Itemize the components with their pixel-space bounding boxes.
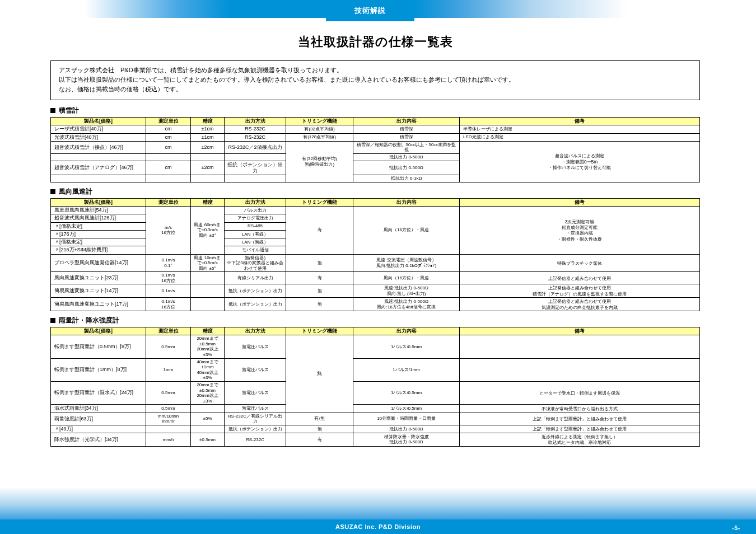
top-grad-left (85, 0, 326, 18)
table-cell: 0.1m/s (146, 284, 191, 298)
table-cell: 降水強度計（光学式）[34万] (51, 433, 146, 446)
page-content: 当社取扱計器の仕様一覧表 アスザック株式会社 P&D事業部では、積雪計を始め多種… (50, 34, 700, 447)
table-cell: m/s16方位 (146, 207, 191, 255)
table-cell: RS-232C (225, 133, 286, 141)
table-header-cell: 製品名[価格] (51, 198, 146, 206)
table-cell: ヒーターで受水口・転倒ます周辺を保温 (460, 381, 700, 404)
table-row: 転倒ます型雨量計（温水式）[24万]0.5mm20mmまで±0.5mm20mm以… (51, 381, 700, 404)
table-cell: 10分雨量・時間雨量・日雨量 (353, 413, 460, 425)
table-cell (191, 425, 225, 433)
table-cell (460, 358, 700, 381)
table-cell: 〃[価格未定] (51, 222, 146, 230)
table-header-cell: 精度 (191, 327, 225, 335)
table-cell: cm (146, 161, 191, 175)
table-cell: 有 (286, 433, 353, 446)
table-cell: 有線シリアル出力 (225, 272, 286, 284)
table-cell: 0.1m/s0.1° (146, 254, 191, 272)
table-header-cell: 出力内容 (353, 198, 460, 206)
table-cell: ±1cm (191, 125, 225, 133)
table-cell: 光波式積雪計[40万] (51, 133, 146, 141)
table-header-cell: 測定単位 (146, 198, 191, 206)
table-header-cell: 出力内容 (353, 327, 460, 335)
intro-line: 以下は当社取扱製品の仕様について一覧にしてまとめたものです。導入を検討されている… (59, 75, 692, 85)
table-cell (191, 154, 225, 161)
table-cell: 有(32回移動平均)無(瞬時値出力) (286, 141, 353, 182)
table-cell: 無 (286, 254, 353, 272)
table-cell (191, 284, 225, 298)
table-cell: 半導体レーザによる測定 (460, 125, 700, 133)
table-header-cell: トリミング機能 (286, 327, 353, 335)
table-cell: 上記発信器と組み合わせて使用 (460, 272, 700, 284)
table-header-cell: トリミング機能 (286, 118, 353, 125)
table-row: 〃[49万]抵抗（ポテンション）出力無抵抗出力 0-500Ω上記「転倒ます型雨量… (51, 425, 700, 433)
table-cell: 〃[176万] (51, 230, 146, 238)
table-cell: 風速 10m/sまで±0.5m/s風向 ±5° (191, 254, 225, 272)
section-title-rain: 雨量計・降水強度計 (50, 316, 700, 325)
table-cell: 有/無 (286, 413, 353, 425)
table-cell: 1パルス/1mm (353, 358, 460, 381)
table-header-cell: 製品名[価格] (51, 118, 146, 125)
table-cell: モバイル通信 (225, 246, 286, 254)
table-cell: 風速:抵抗出力 0-500Ω風向:16方位を4bit信号に変換 (353, 298, 460, 311)
footer-text: ASUZAC Inc. P&D Division (335, 523, 421, 530)
section-title-snow: 積雪計 (50, 106, 700, 115)
table-wind: 製品名[価格]測定単位精度出力方法トリミング機能出力内容備考 風車型風向風速計[… (50, 198, 700, 311)
table-header-cell: 測定単位 (146, 118, 191, 125)
page-title: 当社取扱計器の仕様一覧表 (50, 34, 700, 50)
table-cell (191, 405, 225, 413)
table-cell: 上記「転倒ます型雨量計」と組み合わせて使用 (460, 425, 700, 433)
table-cell: 上記発信器と組み合わせて使用積雪計（アナログ）の風速を監視する際に使用 (460, 284, 700, 298)
table-header-cell: 測定単位 (146, 327, 191, 335)
table-cell: 風車型風向風速計[54万] (51, 207, 146, 214)
table-cell: 上記発信器と組み合わせて使用気温測定のための白金抵抗素子を内蔵 (460, 298, 700, 311)
table-row: 風向風速変換ユニット[23万]0.1m/s16方位有線シリアル出力有風向（16方… (51, 272, 700, 284)
table-cell (225, 175, 286, 182)
section-title-label: 風向風速計 (59, 187, 92, 196)
table-cell: 超音波式積雪計（接点）[46万] (51, 141, 146, 153)
table-header-cell: 精度 (191, 118, 225, 125)
top-tab: 技術解説 (326, 0, 414, 21)
table-cell (51, 175, 146, 182)
table-cell: アナログ電圧出力 (225, 214, 286, 222)
table-row: レーザ式積雪計[40万]cm±1cmRS-232C有(32点平均値)積雪深半導体… (51, 125, 700, 133)
table-cell: 風向（16方位）・風速 (353, 272, 460, 284)
table-cell (51, 154, 146, 161)
table-cell: 雨量強度計[63万] (51, 413, 146, 425)
table-cell: 抵抗（ポテンション）出力 (225, 298, 286, 311)
table-cell: 〃[価格未定] (51, 238, 146, 246)
table-cell: 積雪深 (353, 133, 460, 141)
table-cell: 0.5mm (146, 405, 191, 413)
table-cell: ±0.5mm (191, 433, 225, 446)
table-cell (146, 425, 191, 433)
table-cell: 無電圧パルス (225, 381, 286, 404)
table-cell (225, 154, 286, 161)
section-title-label: 雨量計・降水強度計 (59, 316, 119, 325)
table-cell: 有(128点平均値) (286, 133, 353, 141)
table-cell: 〃[49万] (51, 425, 146, 433)
section-title-label: 積雪計 (59, 106, 79, 115)
table-cell: 転倒ます型雨量計（0.5mm）[8万] (51, 335, 146, 358)
table-cell: 20mmまで±0.5mm20mm以上±3% (191, 381, 225, 404)
table-cell: cm (146, 141, 191, 153)
table-cell: 抵抗出力 0-500Ω (353, 425, 460, 433)
table-row: 降水強度計（光学式）[34万]mm/h±0.5mmRS-232C有積算降水量・降… (51, 433, 700, 446)
table-cell: RS-232C (225, 433, 286, 446)
table-header-cell: 出力方法 (225, 118, 286, 125)
table-cell: 上記「転倒ます型雨量計」と組み合わせて使用 (460, 413, 700, 425)
table-cell (146, 175, 191, 182)
table-cell: 40mmまで±1mm40mm以上±3% (191, 358, 225, 381)
table-rain: 製品名[価格]測定単位精度出力方法トリミング機能出力内容備考 転倒ます型雨量計（… (50, 327, 700, 447)
table-cell: 積算降水量・降水強度抵抗出力 0-500Ω (353, 433, 460, 446)
table-header-cell: 備考 (460, 327, 700, 335)
top-grad-right (414, 0, 627, 18)
table-header-cell: 精度 (191, 198, 225, 206)
table-cell: LAN（無線） (225, 238, 286, 246)
table-header-cell: 出力方法 (225, 198, 286, 206)
table-row: 転倒ます型雨量計（0.5mm）[8万]0.5mm20mmまで±0.5mm20mm… (51, 335, 700, 358)
table-header-cell: トリミング機能 (286, 198, 353, 206)
table-cell: 転倒ます型雨量計（温水式）[24万] (51, 381, 146, 404)
table-header-cell: 備考 (460, 118, 700, 125)
table-header-cell: 出力内容 (353, 118, 460, 125)
table-cell: 0.5mm (146, 335, 191, 358)
table-cell: 風向風速変換ユニット[23万] (51, 272, 146, 284)
